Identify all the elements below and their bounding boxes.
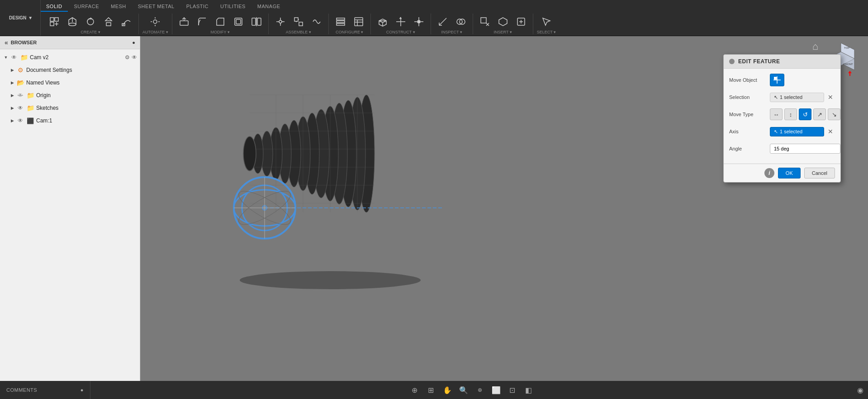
tab-utilities[interactable]: UTILITIES	[215, 2, 251, 12]
new-component-icon[interactable]	[46, 14, 62, 30]
tab-mesh[interactable]: MESH	[105, 2, 132, 12]
dialog-info-button[interactable]: i	[764, 168, 774, 178]
browser-collapse-btn[interactable]: «	[5, 39, 8, 46]
origin-label: Origin	[36, 92, 51, 99]
offset-plane-icon[interactable]	[375, 14, 391, 30]
look-at-tool[interactable]: ⊞	[424, 383, 438, 397]
tree-item-named-views[interactable]: ▶ 📂 Named Views	[0, 76, 140, 89]
selection-clear-button[interactable]: ✕	[826, 93, 835, 102]
loft-icon[interactable]	[100, 14, 117, 30]
move-object-label: Move Object	[729, 77, 770, 83]
axis-badge[interactable]: ↖ 1 selected	[770, 127, 824, 136]
browser-title: BROWSER	[11, 40, 37, 45]
insert-svg-icon[interactable]	[513, 14, 529, 30]
press-pull-icon[interactable]	[176, 14, 192, 30]
dialog-cancel-button[interactable]: Cancel	[804, 168, 835, 178]
tab-solid[interactable]: SOLID	[41, 2, 68, 12]
move-type-translate-btn[interactable]: ↔	[770, 108, 783, 120]
extrude-icon[interactable]	[64, 14, 81, 30]
insert-mesh-icon[interactable]	[495, 14, 511, 30]
tree-item-cam1[interactable]: ▶ 👁 ⬛ Cam:1	[0, 114, 140, 127]
assemble-label[interactable]: ASSEMBLE ▾	[286, 30, 311, 34]
move-type-free-btn[interactable]: ↘	[828, 108, 840, 120]
insert-label[interactable]: INSERT ▾	[494, 30, 512, 34]
move-object-button[interactable]	[770, 74, 784, 86]
orbit-tool[interactable]: ⊕	[408, 383, 422, 397]
motion-link-icon[interactable]	[308, 14, 325, 30]
sweep-icon[interactable]	[119, 14, 135, 30]
sketches-eye-icon[interactable]: 👁	[16, 104, 24, 112]
cam1-eye-icon[interactable]: 👁	[16, 117, 24, 125]
configure-label[interactable]: CONFIGURE ▾	[336, 30, 364, 34]
automate-icon[interactable]	[147, 14, 163, 30]
select-icon[interactable]	[538, 14, 555, 30]
axis-clear-button[interactable]: ✕	[826, 127, 835, 136]
joint-icon[interactable]	[272, 14, 289, 30]
cam-v2-arrow[interactable]: ▼	[3, 54, 9, 61]
fillet-icon[interactable]	[194, 14, 210, 30]
create-label[interactable]: CREATE ▾	[81, 30, 100, 34]
as-built-icon[interactable]	[290, 14, 307, 30]
selection-badge[interactable]: ↖ 1 selected	[770, 93, 824, 102]
construct-label[interactable]: CONSTRUCT ▾	[386, 30, 415, 34]
svg-point-81	[243, 136, 256, 171]
doc-settings-arrow[interactable]: ▶	[9, 67, 15, 73]
point-icon[interactable]	[411, 14, 427, 30]
svg-rect-19	[257, 18, 261, 25]
tab-surface[interactable]: SURFACE	[69, 2, 104, 12]
dialog-ok-button[interactable]: OK	[778, 168, 801, 178]
measure-icon[interactable]	[435, 14, 451, 30]
cam-v2-settings-icon[interactable]: ⚙	[125, 54, 130, 61]
revolve-icon[interactable]	[82, 14, 99, 30]
origin-folder-icon: 📁	[26, 91, 34, 99]
tab-sheet-metal[interactable]: SHEET METAL	[133, 2, 180, 12]
visual-style-tool[interactable]: ◧	[522, 383, 536, 397]
cam-v2-label: Cam v2	[30, 54, 48, 61]
svg-rect-12	[180, 21, 188, 25]
zoom-out-tool[interactable]: 🔍	[456, 383, 471, 397]
interference-icon[interactable]	[453, 14, 469, 30]
tab-plastic[interactable]: PLASTIC	[181, 2, 214, 12]
cam1-arrow[interactable]: ▶	[9, 117, 15, 124]
svg-rect-51	[481, 18, 486, 23]
parameters-icon[interactable]	[332, 14, 349, 30]
origin-eye-icon[interactable]: 👁	[16, 91, 24, 99]
move-type-scale-btn[interactable]: ↗	[813, 108, 826, 120]
insert-derive-icon[interactable]	[477, 14, 493, 30]
automate-label[interactable]: AUTOMATE ▾	[142, 30, 168, 34]
display-mode-tool[interactable]: ⬜	[489, 383, 503, 397]
spreadsheet-icon[interactable]	[351, 14, 367, 30]
modify-label[interactable]: MODIFY ▾	[211, 30, 230, 34]
origin-arrow[interactable]: ▶	[9, 92, 15, 99]
browser-options-btn[interactable]: ●	[132, 40, 135, 45]
cam-v2-eye2-icon[interactable]: 👁	[132, 54, 137, 61]
chamfer-icon[interactable]	[212, 14, 228, 30]
shell-icon[interactable]	[230, 14, 247, 30]
notifications-btn[interactable]: ◉	[853, 386, 868, 394]
toolbar-group-select: SELECT ▾	[537, 14, 560, 34]
tree-item-origin[interactable]: ▶ 👁 📁 Origin	[0, 89, 140, 102]
design-button[interactable]: DESIGN ▼	[0, 0, 41, 36]
tree-item-cam-v2[interactable]: ▼ 👁 📁 Cam v2 ⚙ 👁	[0, 51, 140, 64]
select-label[interactable]: SELECT ▾	[537, 30, 556, 34]
named-views-arrow[interactable]: ▶	[9, 80, 15, 86]
move-type-translate2-btn[interactable]: ↕	[784, 108, 797, 120]
tab-manage[interactable]: MANAGE	[252, 2, 286, 12]
grid-tool[interactable]: ⊡	[505, 383, 520, 397]
comments-expand-icon[interactable]: ●	[81, 387, 84, 393]
inspect-label[interactable]: INSPECT ▾	[441, 30, 462, 34]
tree-item-doc-settings[interactable]: ▶ ⚙ Document Settings	[0, 64, 140, 76]
split-icon[interactable]	[248, 14, 265, 30]
tree-item-sketches[interactable]: ▶ 👁 📁 Sketches	[0, 102, 140, 114]
sketches-arrow[interactable]: ▶	[9, 105, 15, 111]
angle-input[interactable]	[770, 144, 840, 154]
cam-v2-eye-icon[interactable]: 👁	[10, 53, 18, 61]
pan-tool[interactable]: ✋	[440, 383, 455, 397]
svg-marker-37	[379, 21, 386, 23]
move-type-rotate-btn[interactable]: ↺	[799, 108, 811, 120]
home-button[interactable]: ⌂	[812, 41, 818, 52]
axis-icon[interactable]	[393, 14, 409, 30]
3d-model-view	[194, 63, 466, 312]
zoom-in-tool[interactable]: ⊕	[473, 383, 487, 397]
comments-button[interactable]: COMMENTS ●	[0, 381, 90, 399]
